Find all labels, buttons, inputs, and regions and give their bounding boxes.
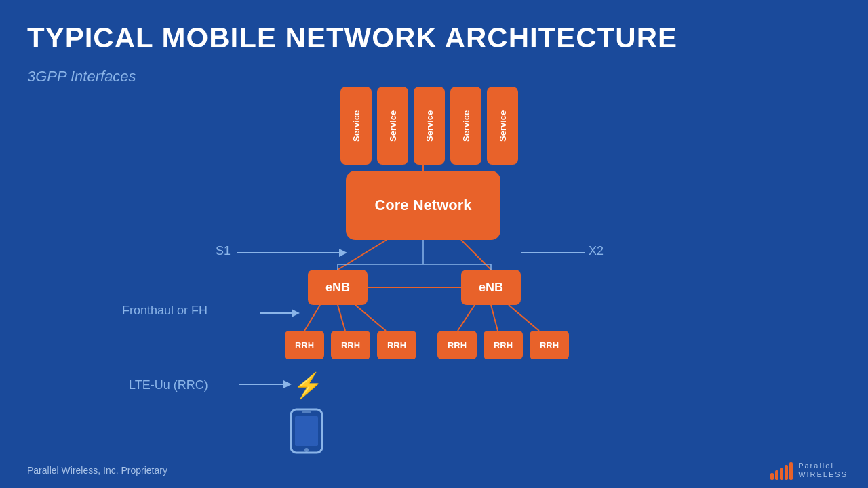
service-container: Service Service Service Service Service bbox=[340, 87, 518, 165]
lightning-icon: ⚡ bbox=[293, 371, 323, 400]
lte-label: LTE-Uu (RRC) bbox=[129, 378, 208, 392]
svg-marker-17 bbox=[283, 380, 292, 388]
rrh-left-1: RRH bbox=[285, 331, 324, 359]
svg-line-10 bbox=[509, 305, 539, 331]
logo-area: Parallel WIRELESS bbox=[770, 461, 848, 480]
rrh-left-3: RRH bbox=[377, 331, 416, 359]
svg-line-1 bbox=[338, 240, 387, 270]
svg-rect-25 bbox=[295, 416, 318, 446]
logo-tagline: WIRELESS bbox=[798, 470, 848, 479]
logo-bar-5 bbox=[789, 462, 793, 480]
rrh-group-left: RRH RRH RRH bbox=[285, 331, 416, 359]
logo-text: Parallel WIRELESS bbox=[798, 462, 848, 479]
svg-line-5 bbox=[304, 305, 320, 331]
svg-marker-12 bbox=[339, 249, 347, 257]
rrh-group-right: RRH RRH RRH bbox=[437, 331, 569, 359]
enb-left-box: eNB bbox=[308, 270, 368, 305]
page-subtitle: 3GPP Interfaces bbox=[27, 68, 136, 85]
logo-bar-3 bbox=[780, 468, 783, 480]
rrh-right-2: RRH bbox=[484, 331, 523, 359]
svg-point-26 bbox=[304, 448, 309, 452]
rrh-left-2: RRH bbox=[331, 331, 370, 359]
service-box-5: Service bbox=[487, 87, 518, 165]
logo-bar-4 bbox=[785, 465, 788, 480]
fronthaul-label: Fronthaul or FH bbox=[122, 304, 208, 318]
rrh-right-3: RRH bbox=[530, 331, 569, 359]
service-box-4: Service bbox=[450, 87, 481, 165]
service-box-3: Service bbox=[414, 87, 445, 165]
svg-rect-27 bbox=[302, 411, 311, 413]
logo-bar-2 bbox=[775, 470, 778, 480]
core-network-box: Core Network bbox=[346, 171, 500, 240]
enb-right-box: eNB bbox=[461, 270, 521, 305]
logo-bars-icon bbox=[770, 461, 793, 480]
logo-bar-1 bbox=[770, 473, 774, 480]
slide: TYPICAL MOBILE NETWORK ARCHITECTURE 3GPP… bbox=[0, 0, 868, 488]
svg-line-2 bbox=[461, 240, 491, 270]
service-box-1: Service bbox=[340, 87, 372, 165]
svg-line-7 bbox=[355, 305, 386, 331]
svg-line-6 bbox=[338, 305, 345, 331]
service-box-2: Service bbox=[377, 87, 408, 165]
page-title: TYPICAL MOBILE NETWORK ARCHITECTURE bbox=[27, 22, 677, 54]
phone-icon bbox=[288, 407, 325, 455]
logo-name: Parallel bbox=[798, 462, 848, 470]
rrh-right-1: RRH bbox=[437, 331, 477, 359]
svg-line-8 bbox=[458, 305, 475, 331]
s1-label: S1 bbox=[216, 244, 231, 258]
svg-marker-15 bbox=[292, 309, 300, 317]
footer-text: Parallel Wireless, Inc. Proprietary bbox=[27, 465, 167, 476]
svg-line-9 bbox=[491, 305, 498, 331]
x2-label: X2 bbox=[589, 244, 604, 258]
